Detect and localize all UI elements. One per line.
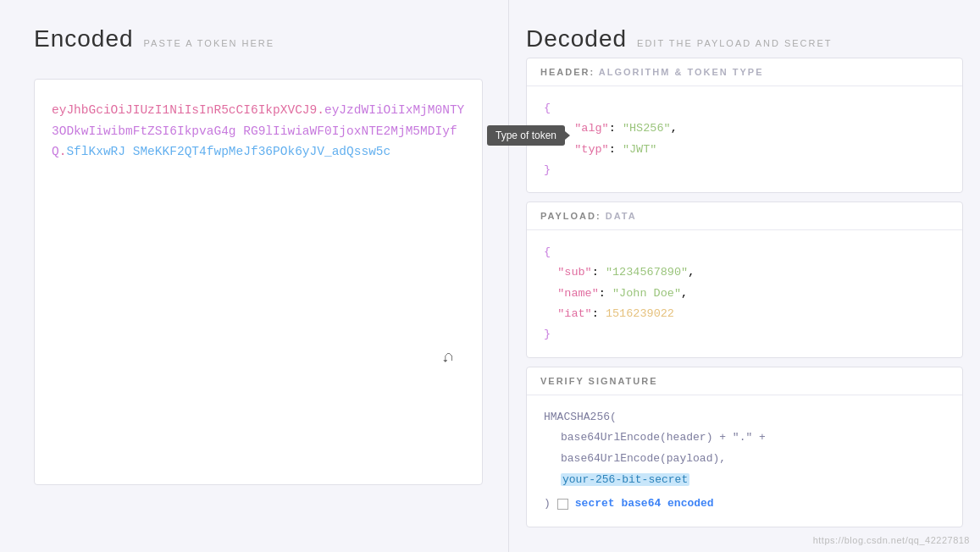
payload-name-key: "name" <box>544 287 599 300</box>
payload-close-brace: } <box>544 328 551 340</box>
verify-footer: ) secret base64 encoded <box>544 490 945 515</box>
header-sublabel: ALGORITHM & TOKEN TYPE <box>599 67 764 77</box>
decoded-subtitle: EDIT THE PAYLOAD AND SECRET <box>637 38 832 48</box>
payload-sublabel: DATA <box>606 211 637 221</box>
close-paren: ) <box>544 494 551 515</box>
verify-line1: HMACSHA256( <box>544 407 945 428</box>
payload-iat-key: "iat" <box>544 307 592 320</box>
verify-secret-input[interactable]: your-256-bit-secret <box>561 473 689 486</box>
verify-body[interactable]: HMACSHA256( base64UrlEncode(header) + ".… <box>527 395 962 527</box>
header-typ-value: "JWT" <box>623 143 657 156</box>
payload-label: PAYLOAD: <box>540 211 601 221</box>
encoded-part1: eyJhbGciOiJIUzI1NiIsInR5cCI6IkpXVCJ9 <box>52 103 317 117</box>
payload-iat-value: 1516239022 <box>606 307 674 320</box>
watermark: https://blog.csdn.net/qq_42227818 <box>813 535 970 545</box>
left-panel: Encoded PASTE A TOKEN HERE eyJhbGciOiJIU… <box>0 0 508 552</box>
encoded-part3: SflKxwRJ SMeKKF2QT4fwpMeJf36POk6yJV_adQs… <box>66 145 390 158</box>
header-section: HEADER: ALGORITHM & TOKEN TYPE { "alg": … <box>526 58 963 193</box>
verify-func-name: HMACSHA256( <box>544 411 617 423</box>
header-alg-value: "HS256" <box>623 122 671 135</box>
right-panel: Decoded EDIT THE PAYLOAD AND SECRET HEAD… <box>508 0 980 552</box>
verify-line2: base64UrlEncode(header) + "." + <box>544 428 945 449</box>
left-title-row: Encoded PASTE A TOKEN HERE <box>34 25 483 63</box>
payload-sub-key: "sub" <box>544 266 592 279</box>
verify-line3: base64UrlEncode(payload), <box>544 449 945 470</box>
payload-section: PAYLOAD: DATA { "sub": "1234567890", "na… <box>526 201 963 357</box>
payload-open-brace: { <box>544 246 551 258</box>
payload-name-line: "name": "John Doe", <box>544 287 688 300</box>
encoded-title: Encoded <box>34 25 134 52</box>
right-panel-title-row: Decoded EDIT THE PAYLOAD AND SECRET <box>526 25 963 52</box>
base64-label[interactable]: secret base64 encoded <box>575 494 714 515</box>
encoded-subtitle: PASTE A TOKEN HERE <box>144 38 275 48</box>
cursor-indicator: ⮏ <box>441 351 453 364</box>
verify-base64-header: base64UrlEncode(header) + "." + <box>561 431 766 444</box>
payload-section-label: PAYLOAD: DATA <box>527 202 962 230</box>
encoded-text: eyJhbGciOiJIUzI1NiIsInR5cCI6IkpXVCJ9.eyJ… <box>52 100 465 163</box>
header-section-body[interactable]: { "alg": "HS256", "typ": "JWT" } <box>527 86 962 192</box>
payload-sub-line: "sub": "1234567890", <box>544 266 695 279</box>
dot1: . <box>317 103 324 117</box>
verify-base64-payload: base64UrlEncode(payload), <box>561 452 726 465</box>
header-section-label: HEADER: ALGORITHM & TOKEN TYPE <box>527 58 962 86</box>
verify-secret-line: your-256-bit-secret <box>544 470 945 491</box>
encoded-box[interactable]: eyJhbGciOiJIUzI1NiIsInR5cCI6IkpXVCJ9.eyJ… <box>34 79 483 485</box>
payload-section-body[interactable]: { "sub": "1234567890", "name": "John Doe… <box>527 230 962 356</box>
verify-section: VERIFY SIGNATURE HMACSHA256( base64UrlEn… <box>526 367 963 527</box>
base64-checkbox[interactable] <box>557 499 568 510</box>
tooltip-label: Type of token <box>496 130 556 141</box>
verify-header: VERIFY SIGNATURE <box>527 367 962 395</box>
tooltip-wrapper: Type of token <box>487 125 565 146</box>
header-open-brace: { <box>544 102 551 114</box>
header-typ-key: "typ" <box>561 143 609 156</box>
payload-name-value: "John Doe" <box>612 287 681 300</box>
payload-iat-line: "iat": 1516239022 <box>544 307 674 320</box>
decoded-title: Decoded <box>526 25 627 52</box>
tooltip-box: Type of token <box>487 125 565 146</box>
header-label: HEADER: <box>540 67 595 77</box>
main-layout: Encoded PASTE A TOKEN HERE eyJhbGciOiJIU… <box>0 0 980 552</box>
header-close-brace: } <box>544 163 551 176</box>
payload-sub-value: "1234567890" <box>606 266 688 279</box>
